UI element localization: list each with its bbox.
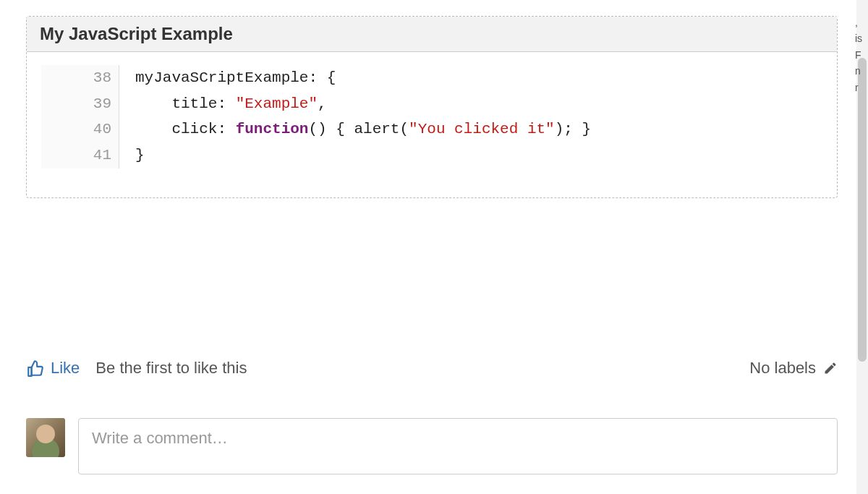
code-token: () { alert( bbox=[308, 121, 409, 137]
line-number: 41 bbox=[41, 142, 111, 169]
like-button[interactable]: Like bbox=[26, 359, 80, 378]
code-panel-header: My JavaScript Example bbox=[27, 17, 837, 52]
code-token: ); } bbox=[555, 121, 591, 137]
code-token: function bbox=[236, 121, 309, 137]
labels-area: No labels bbox=[749, 359, 838, 378]
no-labels-text: No labels bbox=[749, 359, 816, 378]
code-line: click: function() { alert("You clicked i… bbox=[135, 116, 591, 142]
code-token: , bbox=[318, 95, 327, 112]
thumbs-up-icon bbox=[26, 359, 45, 378]
code-line: myJavaSCriptExample: { bbox=[135, 65, 591, 91]
line-number: 40 bbox=[41, 116, 111, 142]
code-line: } bbox=[135, 142, 591, 169]
social-row: Like Be the first to like this No labels bbox=[26, 359, 838, 378]
code-line: title: "Example", bbox=[135, 91, 591, 117]
code-line-gutter: 38394041 bbox=[41, 65, 119, 169]
code-token: } bbox=[135, 147, 145, 163]
edit-labels-button[interactable] bbox=[823, 361, 838, 375]
code-token: title: bbox=[135, 95, 236, 112]
avatar[interactable] bbox=[26, 418, 65, 457]
line-number: 39 bbox=[41, 91, 111, 117]
code-content[interactable]: myJavaSCriptExample: { title: "Example",… bbox=[119, 65, 591, 169]
code-body: 38394041 myJavaSCriptExample: { title: "… bbox=[27, 52, 837, 197]
comment-input[interactable] bbox=[78, 418, 838, 474]
code-token: "You clicked it" bbox=[409, 121, 555, 137]
pencil-icon bbox=[823, 361, 838, 375]
line-number: 38 bbox=[41, 65, 111, 91]
scrollbar-thumb[interactable] bbox=[858, 58, 867, 362]
code-panel-title: My JavaScript Example bbox=[40, 24, 233, 43]
code-panel: My JavaScript Example 38394041 myJavaSCr… bbox=[26, 16, 838, 198]
like-hint: Be the first to like this bbox=[95, 359, 247, 378]
code-token: "Example" bbox=[236, 95, 318, 112]
page-root: My JavaScript Example 38394041 myJavaSCr… bbox=[0, 0, 868, 494]
comment-row bbox=[26, 418, 838, 474]
code-token: click: bbox=[135, 121, 236, 137]
like-label: Like bbox=[51, 359, 80, 378]
scrollbar-track[interactable] bbox=[856, 0, 868, 494]
code-token: myJavaSCriptExample: { bbox=[135, 69, 336, 86]
